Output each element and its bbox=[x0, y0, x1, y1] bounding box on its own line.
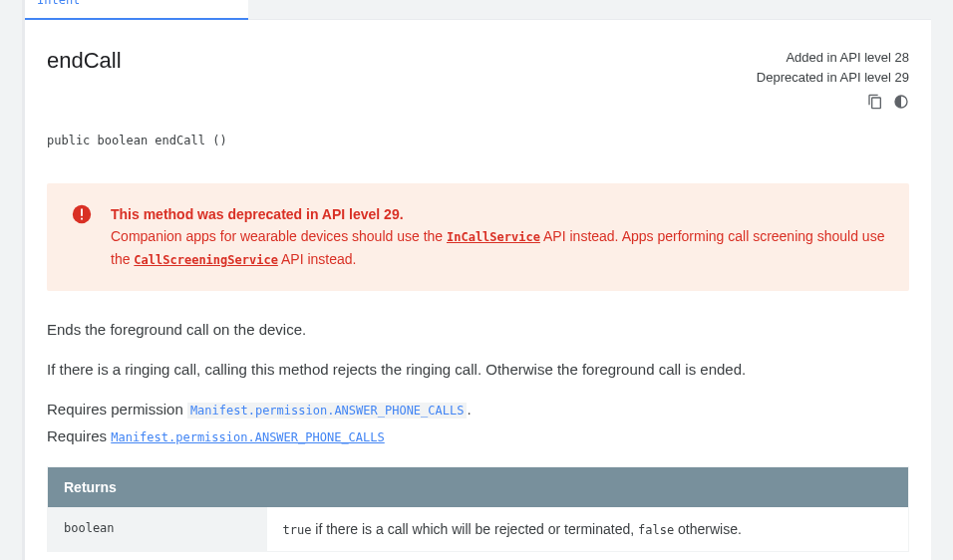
tab-intent[interactable]: Intent bbox=[25, 0, 248, 20]
doc-page: Intent endCall Added in API level 28 Dep… bbox=[22, 0, 931, 560]
description-p1: Ends the foreground call on the device. bbox=[47, 319, 909, 341]
copy-icon[interactable] bbox=[867, 94, 883, 116]
theme-icon[interactable] bbox=[893, 94, 909, 116]
warning-icon bbox=[71, 203, 95, 271]
return-true: true bbox=[283, 523, 312, 537]
svg-rect-2 bbox=[81, 218, 83, 220]
p3-pre: Requires permission bbox=[47, 401, 187, 418]
method-name: endCall bbox=[47, 48, 122, 74]
tab-label: Intent bbox=[37, 0, 80, 7]
api-info: Added in API level 28 Deprecated in API … bbox=[757, 48, 909, 116]
tab-row: Intent bbox=[25, 0, 931, 20]
permission-const-1[interactable]: Manifest.permission.ANSWER_PHONE_CALLS bbox=[187, 403, 468, 419]
api-added: Added in API level 28 bbox=[757, 48, 909, 68]
deprecation-text: This method was deprecated in API level … bbox=[111, 203, 885, 271]
description-p2: If there is a ringing call, calling this… bbox=[47, 359, 909, 381]
action-icons bbox=[757, 94, 909, 116]
return-false: false bbox=[638, 523, 674, 537]
dep-text-post: API instead. bbox=[278, 251, 357, 267]
p4-pre: Requires bbox=[47, 427, 111, 444]
content: endCall Added in API level 28 Deprecated… bbox=[25, 20, 931, 552]
return-desc: true if there is a call which will be re… bbox=[267, 507, 909, 552]
permission-const-2[interactable]: Manifest.permission.ANSWER_PHONE_CALLS bbox=[111, 430, 385, 444]
return-mid: if there is a call which will be rejecte… bbox=[311, 521, 638, 537]
description-p3: Requires permission Manifest.permission.… bbox=[47, 399, 909, 421]
return-type: boolean bbox=[48, 507, 267, 552]
table-row: boolean true if there is a call which wi… bbox=[48, 507, 909, 552]
returns-header: Returns bbox=[48, 467, 909, 508]
returns-table: Returns boolean true if there is a call … bbox=[47, 466, 909, 552]
deprecation-body: Companion apps for wearable devices shou… bbox=[111, 225, 885, 271]
method-signature: public boolean endCall () bbox=[47, 134, 909, 147]
method-header: endCall Added in API level 28 Deprecated… bbox=[47, 48, 909, 116]
p3-post: . bbox=[467, 401, 471, 418]
deprecation-notice: This method was deprecated in API level … bbox=[47, 183, 909, 291]
link-callscreeningservice[interactable]: CallScreeningService bbox=[134, 253, 278, 267]
dep-text-pre: Companion apps for wearable devices shou… bbox=[111, 228, 447, 244]
link-incallservice[interactable]: InCallService bbox=[447, 230, 540, 244]
svg-rect-1 bbox=[81, 209, 83, 216]
api-deprecated: Deprecated in API level 29 bbox=[757, 68, 909, 88]
return-post: otherwise. bbox=[674, 521, 742, 537]
description-p4: Requires Manifest.permission.ANSWER_PHON… bbox=[47, 425, 909, 448]
deprecation-title: This method was deprecated in API level … bbox=[111, 203, 885, 225]
